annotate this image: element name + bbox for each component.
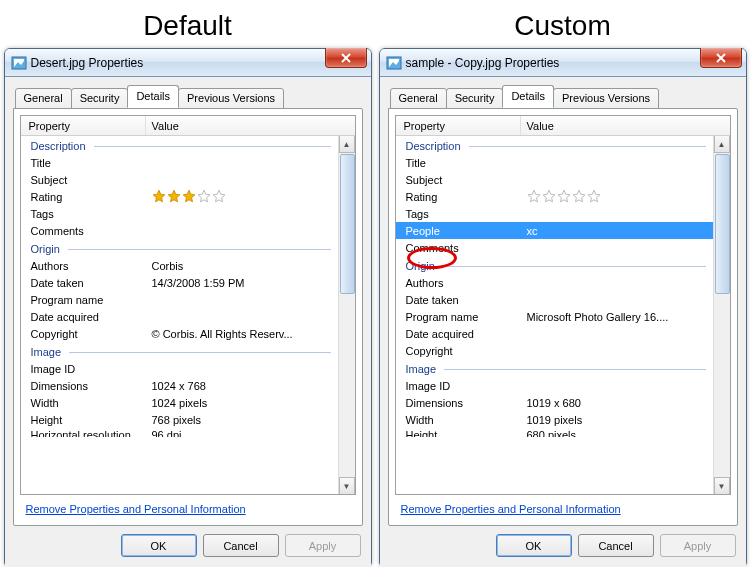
row-date-acquired[interactable]: Date acquired: [21, 308, 355, 325]
column-header-value[interactable]: Value: [146, 116, 355, 135]
remove-properties-link[interactable]: Remove Properties and Personal Informati…: [26, 503, 246, 515]
scroll-thumb[interactable]: [715, 154, 730, 294]
titlebar[interactable]: sample - Copy.jpg Properties: [380, 49, 746, 77]
properties-list: Property Value Description Title Subject…: [395, 115, 731, 495]
row-comments[interactable]: Comments: [396, 239, 730, 256]
scrollbar[interactable]: ▲ ▼: [713, 136, 730, 494]
star-icon[interactable]: [527, 189, 541, 203]
row-rating[interactable]: Rating: [396, 188, 730, 205]
tab-security[interactable]: Security: [446, 88, 504, 109]
star-icon[interactable]: [542, 189, 556, 203]
star-icon[interactable]: [572, 189, 586, 203]
close-button[interactable]: [700, 48, 742, 68]
tab-panel-details: Property Value Description Title Subject…: [13, 108, 363, 526]
row-width[interactable]: Width1019 pixels: [396, 411, 730, 428]
scroll-down-button[interactable]: ▼: [714, 477, 730, 494]
scroll-down-button[interactable]: ▼: [339, 477, 355, 494]
star-icon[interactable]: [197, 189, 211, 203]
file-icon: [386, 55, 402, 71]
row-people[interactable]: Peoplexc: [396, 222, 730, 239]
ok-button[interactable]: OK: [121, 534, 197, 557]
rating-stars[interactable]: [527, 189, 601, 203]
row-image-id[interactable]: Image ID: [21, 360, 355, 377]
star-icon[interactable]: [167, 189, 181, 203]
apply-button: Apply: [660, 534, 736, 557]
group-description: Description: [396, 136, 730, 154]
tab-previous-versions[interactable]: Previous Versions: [178, 88, 284, 109]
row-image-id[interactable]: Image ID: [396, 377, 730, 394]
heading-default: Default: [143, 10, 232, 42]
ok-button[interactable]: OK: [496, 534, 572, 557]
star-icon[interactable]: [557, 189, 571, 203]
group-origin: Origin: [396, 256, 730, 274]
close-button[interactable]: [325, 48, 367, 68]
dialog-button-row: OK Cancel Apply: [5, 526, 371, 567]
star-icon[interactable]: [212, 189, 226, 203]
tab-general[interactable]: General: [15, 88, 72, 109]
heading-custom: Custom: [514, 10, 610, 42]
tab-panel-details: Property Value Description Title Subject…: [388, 108, 738, 526]
cancel-button[interactable]: Cancel: [578, 534, 654, 557]
close-icon: [340, 53, 352, 63]
row-dimensions[interactable]: Dimensions1024 x 768: [21, 377, 355, 394]
tab-details[interactable]: Details: [127, 85, 179, 108]
group-description: Description: [21, 136, 355, 154]
tab-bar: General Security Details Previous Versio…: [380, 77, 746, 108]
row-copyright[interactable]: Copyright: [396, 342, 730, 359]
row-title[interactable]: Title: [21, 154, 355, 171]
scroll-thumb[interactable]: [340, 154, 355, 294]
scrollbar[interactable]: ▲ ▼: [338, 136, 355, 494]
properties-window-left: Desert.jpg Properties General Security D…: [4, 48, 372, 567]
column-header-property[interactable]: Property: [396, 116, 521, 135]
row-copyright[interactable]: Copyright© Corbis. All Rights Reserv...: [21, 325, 355, 342]
dialog-button-row: OK Cancel Apply: [380, 526, 746, 567]
scroll-up-button[interactable]: ▲: [714, 136, 730, 153]
row-date-taken[interactable]: Date taken: [396, 291, 730, 308]
properties-window-right: sample - Copy.jpg Properties General Sec…: [379, 48, 747, 567]
tab-general[interactable]: General: [390, 88, 447, 109]
group-image: Image: [396, 359, 730, 377]
row-subject[interactable]: Subject: [396, 171, 730, 188]
row-width[interactable]: Width1024 pixels: [21, 394, 355, 411]
properties-list: Property Value Description Title Subject…: [20, 115, 356, 495]
row-tags[interactable]: Tags: [396, 205, 730, 222]
group-origin: Origin: [21, 239, 355, 257]
row-title[interactable]: Title: [396, 154, 730, 171]
row-authors[interactable]: AuthorsCorbis: [21, 257, 355, 274]
row-subject[interactable]: Subject: [21, 171, 355, 188]
row-height[interactable]: Height680 pixels: [396, 428, 730, 437]
window-title: Desert.jpg Properties: [31, 56, 144, 70]
row-authors[interactable]: Authors: [396, 274, 730, 291]
apply-button: Apply: [285, 534, 361, 557]
row-height[interactable]: Height768 pixels: [21, 411, 355, 428]
row-dimensions[interactable]: Dimensions1019 x 680: [396, 394, 730, 411]
row-rating[interactable]: Rating: [21, 188, 355, 205]
row-horizontal-resolution[interactable]: Horizontal resolution96 dpi: [21, 428, 355, 437]
tab-security[interactable]: Security: [71, 88, 129, 109]
column-header-value[interactable]: Value: [521, 116, 730, 135]
remove-properties-link[interactable]: Remove Properties and Personal Informati…: [401, 503, 621, 515]
tab-details[interactable]: Details: [502, 85, 554, 108]
star-icon[interactable]: [587, 189, 601, 203]
row-date-taken[interactable]: Date taken14/3/2008 1:59 PM: [21, 274, 355, 291]
rating-stars[interactable]: [152, 189, 226, 203]
row-program-name[interactable]: Program name: [21, 291, 355, 308]
scroll-up-button[interactable]: ▲: [339, 136, 355, 153]
group-image: Image: [21, 342, 355, 360]
tab-previous-versions[interactable]: Previous Versions: [553, 88, 659, 109]
cancel-button[interactable]: Cancel: [203, 534, 279, 557]
close-icon: [715, 53, 727, 63]
row-comments[interactable]: Comments: [21, 222, 355, 239]
column-header-property[interactable]: Property: [21, 116, 146, 135]
star-icon[interactable]: [182, 189, 196, 203]
titlebar[interactable]: Desert.jpg Properties: [5, 49, 371, 77]
row-program-name[interactable]: Program nameMicrosoft Photo Gallery 16..…: [396, 308, 730, 325]
star-icon[interactable]: [152, 189, 166, 203]
file-icon: [11, 55, 27, 71]
tab-bar: General Security Details Previous Versio…: [5, 77, 371, 108]
window-title: sample - Copy.jpg Properties: [406, 56, 560, 70]
row-tags[interactable]: Tags: [21, 205, 355, 222]
row-date-acquired[interactable]: Date acquired: [396, 325, 730, 342]
